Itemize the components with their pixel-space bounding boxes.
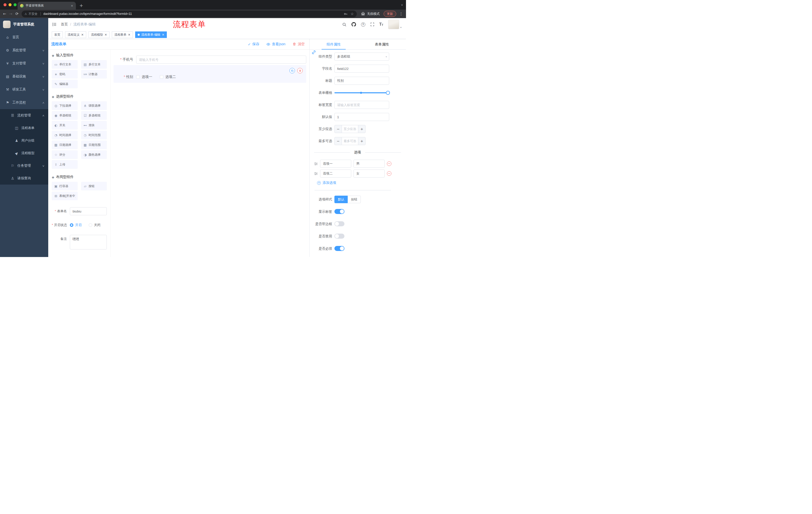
sidebar-fold-icon[interactable] [52,22,57,27]
back-button[interactable]: ← [3,12,6,16]
palette-item-button[interactable]: ▱按钮 [81,182,107,190]
browser-tab[interactable]: 芋道管理系统 × [18,2,76,9]
sidebar-item-process-form[interactable]: ◫ 流程表单 [0,122,48,134]
tag-process-form[interactable]: 流程表单× [112,31,133,38]
search-icon[interactable] [342,22,346,27]
palette-item-row-container[interactable]: ▣行容器 [52,182,78,190]
increment-button[interactable]: + [358,125,366,133]
add-option-button[interactable]: + 添加选项 [317,181,406,185]
breadcrumb-home[interactable]: 首页 [61,22,68,27]
palette-item-color-picker[interactable]: ◑颜色选择 [81,151,107,159]
maximize-window-button[interactable] [13,3,17,6]
increment-button[interactable]: + [358,137,366,145]
sidebar-item-workflow[interactable]: ⚑ 工作流程 ∧ [0,96,48,109]
palette-item-counter[interactable]: 123计数器 [81,70,107,78]
component-type-select[interactable]: 多选框组 ▾ [335,53,389,61]
tag-close-icon[interactable]: × [162,33,164,36]
gender-option-2-checkbox[interactable]: 选项二 [160,75,176,79]
palette-item-rate[interactable]: ☆评分 [52,151,78,159]
palette-item-multi-line-text[interactable]: ▤多行文本 [81,60,107,69]
palette-item-editor[interactable]: ✎编辑器 [52,80,78,88]
label-width-input[interactable] [335,101,389,109]
sidebar-item-user-group[interactable]: ♟ 用户分组 [0,134,48,147]
palette-item-slider[interactable]: ⊷滑块 [81,121,107,130]
max-select-value[interactable]: 最多可选 [342,137,358,145]
close-window-button[interactable] [3,3,6,6]
palette-item-table[interactable]: ⊞表格[开发中] [52,192,78,200]
tag-process-form-edit[interactable]: 流程表单-编辑× [135,31,167,38]
sidebar-item-task-management[interactable]: ⚐ 任务管理 ∨ [0,159,48,172]
palette-item-password[interactable]: ∗密码 [52,70,78,78]
sidebar-item-system-management[interactable]: ⚙ 系统管理 ∨ [0,44,48,57]
title-input[interactable] [335,77,389,85]
tab-search-chevron-icon[interactable]: ∨ [401,3,403,6]
tag-close-icon[interactable]: × [81,33,84,36]
status-off-radio[interactable]: 关闭 [89,221,100,229]
option-1-value-input[interactable] [353,160,385,168]
palette-item-checkbox-group[interactable]: ☑多选框组 [81,111,107,120]
sidebar-item-leave-query[interactable]: ♙ 请假查询 [0,172,48,185]
canvas-field-gender-selected[interactable]: 性别 选项一 选项二 [114,65,306,83]
github-icon[interactable] [351,22,356,27]
min-select-value[interactable]: 至少应选 [342,125,358,133]
tab-close-icon[interactable]: × [70,4,74,7]
drag-handle-icon[interactable] [314,162,318,166]
security-label[interactable]: 不安全 [29,12,38,16]
tag-close-icon[interactable]: × [105,33,107,36]
style-button-button[interactable]: 按钮 [348,196,361,203]
window-controls[interactable] [3,3,17,6]
minimize-window-button[interactable] [8,3,11,6]
option-1-name-input[interactable] [320,160,351,168]
user-avatar[interactable]: ▾ [388,20,402,29]
sidebar-item-home[interactable]: ⌂ 首页 [0,31,48,44]
palette-item-upload[interactable]: ⇧上传 [52,160,78,169]
status-on-radio[interactable]: 开启 [70,221,82,229]
view-json-button[interactable]: 查看json [266,42,285,47]
bookmark-star-icon[interactable]: ☆ [350,12,354,16]
palette-item-date-range[interactable]: ▩日期范围 [81,141,107,149]
palette-item-radio-group[interactable]: ◉单选框组 [52,111,78,120]
new-tab-button[interactable]: + [79,3,83,8]
gender-option-1-checkbox[interactable]: 选项一 [136,75,152,79]
form-remark-textarea[interactable]: 嘿嘿 [70,235,107,249]
canvas-field-phone[interactable]: 手机号 [114,56,306,64]
remove-option-button[interactable]: − [387,161,392,166]
option-2-name-input[interactable] [320,169,351,178]
tag-process-model[interactable]: 流程模型× [88,31,110,38]
palette-item-switch[interactable]: ◐开关 [52,121,78,130]
drag-handle-icon[interactable] [314,172,318,175]
sidebar-item-process-management[interactable]: ☰ 流程管理 ∧ [0,109,48,122]
decrement-button[interactable]: − [335,125,342,133]
show-label-switch[interactable] [335,209,344,214]
palette-item-cascade-select[interactable]: ⋔级联选择 [81,101,107,110]
address-bar[interactable]: ⚠ 不安全 dashboard.yudao.iocoder.cn/bpm/man… [22,10,357,17]
tab-form-props[interactable]: 表单属性 [358,39,406,49]
tag-process-definition[interactable]: 流程定义× [65,31,86,38]
palette-item-time-range[interactable]: ◷时间范围 [81,131,107,139]
update-browser-button[interactable]: 更新 [384,11,396,17]
required-switch[interactable] [335,246,344,251]
slider-track[interactable] [335,92,389,93]
tag-close-icon[interactable]: × [128,33,130,36]
delete-component-button[interactable] [297,68,303,74]
remove-option-button[interactable]: − [387,171,392,176]
decrement-button[interactable]: − [335,137,342,145]
link-icon[interactable] [312,50,316,55]
palette-item-single-line-text[interactable]: ▭单行文本 [52,60,78,69]
tag-home[interactable]: 首页 [52,31,63,38]
palette-item-dropdown-select[interactable]: ◎下拉选择 [52,101,78,110]
max-select-stepper[interactable]: − 最多可选 + [335,137,389,145]
option-2-value-input[interactable] [353,169,385,178]
app-logo[interactable]: 芋道管理系统 [0,18,48,31]
sidebar-item-payment-management[interactable]: ¥ 支付管理 ∨ [0,57,48,70]
palette-item-date-picker[interactable]: ▦日期选择 [52,141,78,149]
save-button[interactable]: ✓ 保存 [248,42,260,47]
tab-component-props[interactable]: 组件属性 [310,39,358,49]
sidebar-item-infrastructure[interactable]: ▤ 基础设施 ∨ [0,70,48,83]
with-border-switch[interactable] [335,221,344,226]
help-icon[interactable]: ? [361,22,365,27]
form-grid-slider[interactable] [335,89,389,97]
min-select-stepper[interactable]: − 至少应选 + [335,125,389,133]
sidebar-item-process-model[interactable]: ▶ 流程模型 [0,147,48,159]
palette-item-time-picker[interactable]: ◔时间选择 [52,131,78,139]
